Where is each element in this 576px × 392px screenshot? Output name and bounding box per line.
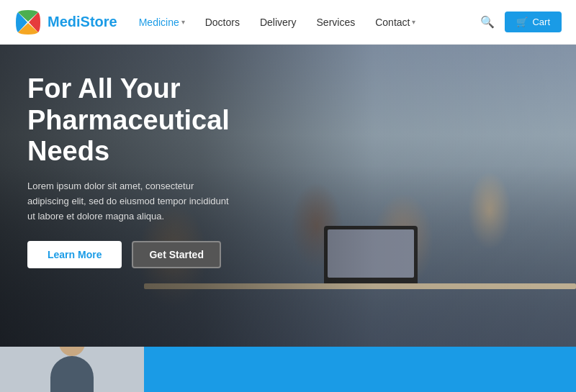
nav-item-contact[interactable]: Contact ▾ (375, 17, 415, 28)
cart-button[interactable]: 🛒 Cart (505, 12, 562, 32)
logo-part2: Store (81, 14, 117, 29)
cart-label: Cart (532, 17, 550, 27)
main-nav: Medicine ▾ Doctors Delivery Services Con… (139, 17, 481, 28)
chevron-down-icon: ▾ (181, 18, 185, 26)
chevron-down-icon-contact: ▾ (412, 18, 415, 26)
nav-label-doctors: Doctors (205, 17, 240, 28)
person-figure (40, 347, 104, 392)
nav-item-medicine[interactable]: Medicine ▾ (139, 17, 185, 28)
nav-item-doctors[interactable]: Doctors (205, 17, 240, 28)
nav-item-delivery[interactable]: Delivery (260, 17, 297, 28)
hero-buttons: Learn More Get Started (27, 241, 265, 268)
cart-icon: 🛒 (516, 17, 528, 27)
nav-item-services[interactable]: Services (317, 17, 356, 28)
search-icon: 🔍 (480, 16, 495, 28)
bottom-preview-section (0, 347, 576, 392)
person-body (50, 356, 94, 392)
bottom-photo-area (0, 347, 144, 392)
nav-label-services: Services (317, 17, 356, 28)
learn-more-button[interactable]: Learn More (27, 241, 122, 268)
hero-description: Lorem ipsum dolor sit amet, consectetur … (27, 179, 236, 224)
search-button[interactable]: 🔍 (480, 15, 495, 29)
nav-label-medicine: Medicine (139, 17, 179, 28)
hero-content: For All Your Pharmaceutical Needs Lorem … (27, 73, 265, 268)
logo-text: MediStore (48, 14, 117, 30)
bottom-blue-area (144, 347, 576, 392)
get-started-button[interactable]: Get Started (132, 241, 220, 268)
site-header: MediStore Medicine ▾ Doctors Delivery Se… (0, 0, 576, 45)
hero-section: For All Your Pharmaceutical Needs Lorem … (0, 45, 576, 347)
header-actions: 🔍 🛒 Cart (480, 12, 562, 32)
logo-icon (14, 9, 42, 36)
person-head (59, 347, 85, 356)
logo-part1: Medi (48, 14, 81, 29)
logo-link[interactable]: MediStore (14, 9, 117, 36)
nav-label-delivery: Delivery (260, 17, 297, 28)
hero-title: For All Your Pharmaceutical Needs (27, 73, 265, 168)
nav-label-contact: Contact (375, 17, 410, 28)
